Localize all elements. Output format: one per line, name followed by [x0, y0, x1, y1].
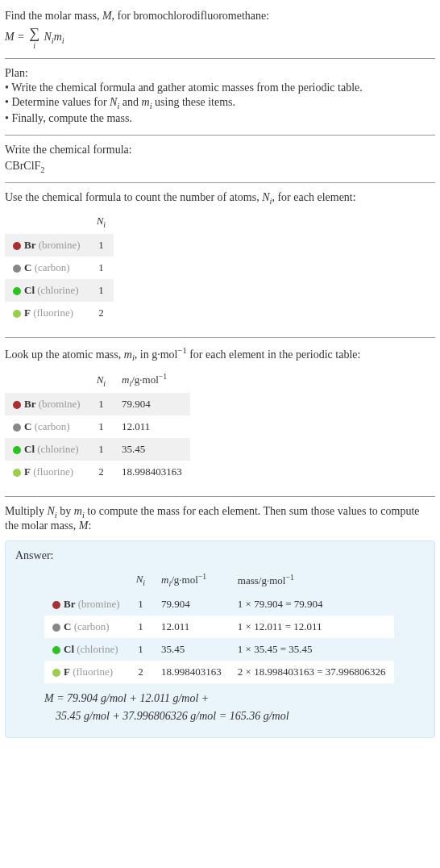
answer-col-empty: [44, 567, 128, 593]
lookup-title: Look up the atomic mass, mi, in g·mol−1 …: [5, 346, 435, 362]
divider: [5, 135, 435, 136]
table-row: F (fluorine)218.9984031632 × 18.99840316…: [44, 661, 394, 683]
lookup-col-empty: [5, 367, 89, 393]
answer-col-mass: mass/g·mol−1: [230, 567, 394, 593]
element-symbol: F: [24, 307, 31, 319]
n-value: 1: [89, 257, 114, 279]
answer-title: Answer:: [15, 549, 425, 562]
element-symbol: C: [24, 420, 31, 432]
plan-bullet-1: • Write the chemical formula and gather …: [5, 81, 435, 94]
element-cell: Cl (chlorine): [44, 638, 128, 661]
eq-n: N: [44, 31, 51, 43]
mass-calc: 1 × 79.904 = 79.904: [230, 593, 394, 616]
plan-title: Plan:: [5, 67, 435, 80]
f-swatch-icon: [13, 469, 21, 477]
cl-swatch-icon: [13, 287, 21, 295]
write-formula-title: Write the chemical formula:: [5, 144, 435, 156]
element-symbol: Br: [24, 398, 35, 410]
cl-swatch-icon: [52, 646, 60, 654]
count-col-empty: [5, 210, 89, 234]
element-cell: F (fluorine): [5, 302, 89, 324]
intro-text-pre: Find the molar mass,: [5, 10, 102, 22]
element-name: (carbon): [35, 420, 70, 432]
element-name: (fluorine): [73, 666, 113, 678]
table-row: C (carbon)112.0111 × 12.011 = 12.011: [44, 616, 394, 638]
element-cell: Br (bromine): [5, 393, 89, 415]
element-name: (chlorine): [77, 643, 118, 655]
element-cell: C (carbon): [5, 415, 89, 438]
n-value: 2: [128, 661, 153, 683]
lookup-col-n: Ni: [89, 367, 114, 393]
table-row: C (carbon)112.011: [5, 415, 190, 438]
element-name: (bromine): [78, 598, 120, 610]
multiply-block: Multiply Ni by mi to compute the mass fo…: [5, 500, 435, 537]
m-value: 79.904: [114, 393, 190, 415]
intro-block: Find the molar mass, M, for bromochlorod…: [5, 5, 435, 55]
write-formula-block: Write the chemical formula: CBrClF2: [5, 139, 435, 179]
m-value: 12.011: [114, 415, 190, 438]
m-value: 35.45: [114, 438, 190, 461]
element-name: (chlorine): [37, 443, 78, 455]
count-atoms-block: Use the chemical formula to count the nu…: [5, 186, 435, 334]
count-col-n: Ni: [89, 210, 114, 234]
c-swatch-icon: [52, 624, 60, 632]
c-swatch-icon: [13, 265, 21, 273]
eq-equals: =: [17, 31, 27, 43]
plan-bullet-3: • Finally, compute the mass.: [5, 112, 435, 125]
n-value: 2: [89, 461, 114, 483]
lookup-block: Look up the atomic mass, mi, in g·mol−1 …: [5, 341, 435, 493]
table-row: C (carbon)1: [5, 257, 114, 279]
br-swatch-icon: [52, 601, 60, 609]
n-value: 1: [128, 616, 153, 638]
mass-calc: 1 × 12.011 = 12.011: [230, 616, 394, 638]
m-value: 18.998403163: [153, 661, 230, 683]
m-value: 79.904: [153, 593, 230, 616]
n-value: 2: [89, 302, 114, 324]
table-row: Br (bromine)179.904: [5, 393, 190, 415]
count-title: Use the chemical formula to count the nu…: [5, 191, 435, 206]
eq-m-sub: i: [62, 36, 64, 45]
answer-box: Answer: Ni mi/g·mol−1 mass/g·mol−1 Br (b…: [5, 540, 435, 738]
table-row: Cl (chlorine)1: [5, 279, 114, 302]
element-cell: F (fluorine): [44, 661, 128, 683]
cl-swatch-icon: [13, 446, 21, 454]
m-value: 35.45: [153, 638, 230, 661]
element-cell: Cl (chlorine): [5, 438, 89, 461]
element-name: (carbon): [74, 620, 110, 632]
plan-bullet-2: • Determine values for Ni and mi using t…: [5, 96, 435, 111]
f-swatch-icon: [52, 669, 60, 677]
element-symbol: Cl: [64, 643, 74, 655]
sigma-icon: ∑i: [29, 26, 39, 50]
intro-equation: M = ∑i Nimi: [5, 26, 435, 50]
intro-var-m: M: [102, 10, 112, 22]
element-cell: C (carbon): [44, 616, 128, 638]
n-value: 1: [89, 438, 114, 461]
table-row: F (fluorine)218.998403163: [5, 461, 190, 483]
n-value: 1: [89, 234, 114, 257]
f-swatch-icon: [13, 310, 21, 318]
lookup-table: Ni mi/g·mol−1 Br (bromine)179.904C (carb…: [5, 367, 190, 483]
element-symbol: Br: [24, 239, 35, 251]
element-name: (fluorine): [33, 307, 73, 319]
final-equation: M = 79.904 g/mol + 12.011 g/mol + 35.45 …: [44, 690, 425, 726]
table-row: F (fluorine)2: [5, 302, 114, 324]
element-cell: Br (bromine): [5, 234, 89, 257]
element-symbol: C: [24, 261, 31, 273]
element-cell: F (fluorine): [5, 461, 89, 483]
n-value: 1: [128, 593, 153, 616]
table-row: Cl (chlorine)135.451 × 35.45 = 35.45: [44, 638, 394, 661]
intro-text-post: , for bromochlorodifluoromethane:: [112, 10, 270, 22]
divider: [5, 182, 435, 183]
element-cell: Cl (chlorine): [5, 279, 89, 302]
mass-calc: 1 × 35.45 = 35.45: [230, 638, 394, 661]
table-row: Cl (chlorine)135.45: [5, 438, 190, 461]
n-value: 1: [89, 279, 114, 302]
element-cell: Br (bromine): [44, 593, 128, 616]
eq-lhs: M: [5, 31, 15, 43]
element-symbol: F: [64, 666, 70, 678]
count-table: Ni Br (bromine)1C (carbon)1Cl (chlorine)…: [5, 210, 114, 324]
element-symbol: Cl: [24, 443, 35, 455]
element-name: (bromine): [39, 239, 81, 251]
mass-calc: 2 × 18.998403163 = 37.996806326: [230, 661, 394, 683]
element-name: (bromine): [39, 398, 81, 410]
